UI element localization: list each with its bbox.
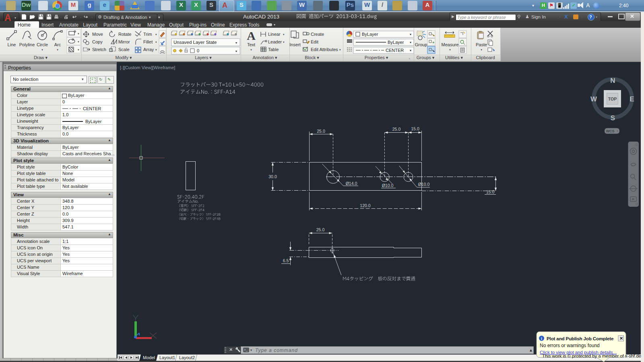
svg-text:▾: ▾	[449, 48, 451, 51]
svg-text:✕: ✕	[619, 336, 623, 341]
svg-text:▾: ▾	[410, 33, 411, 36]
svg-text:Scale: Scale	[118, 47, 130, 52]
svg-text:▾: ▾	[410, 41, 411, 44]
svg-text:W: W	[590, 95, 597, 103]
svg-text:Leader: Leader	[268, 39, 282, 44]
svg-text:Insert: Insert	[289, 42, 301, 47]
svg-text:S: S	[611, 114, 615, 122]
svg-text:WCS: WCS	[606, 129, 615, 133]
svg-text:▾: ▾	[410, 49, 411, 52]
svg-text:▾: ▾	[155, 41, 157, 43]
svg-text:▾: ▾	[78, 40, 79, 43]
svg-text:Copy: Copy	[92, 39, 103, 44]
svg-text:30.0: 30.0	[268, 174, 277, 179]
svg-text:CENTER: CENTER	[386, 48, 404, 53]
svg-text:25.0: 25.0	[392, 127, 401, 132]
svg-text:▾: ▾	[155, 33, 157, 36]
svg-text:Line: Line	[8, 42, 16, 47]
svg-text:Linear: Linear	[268, 32, 281, 37]
svg-text:▾: ▾	[283, 33, 285, 36]
svg-text:Edit: Edit	[311, 39, 318, 44]
svg-text:A: A	[247, 29, 256, 42]
svg-text:Array: Array	[143, 47, 154, 52]
svg-text:ByLayer: ByLayer	[388, 40, 404, 45]
svg-text:0: 0	[197, 48, 199, 53]
svg-text:Measure: Measure	[442, 42, 459, 47]
svg-text:CENTER: CENTER	[83, 106, 101, 111]
svg-text:Polyline: Polyline	[19, 42, 35, 47]
svg-text:15.0: 15.0	[486, 189, 495, 194]
svg-text:▾: ▾	[235, 49, 237, 53]
svg-text:Unsaved Layer State: Unsaved Layer State	[173, 40, 217, 45]
svg-text:Ø10.0: Ø10.0	[382, 183, 394, 188]
svg-text:120.0: 120.0	[360, 203, 370, 208]
svg-text:25.0: 25.0	[317, 129, 325, 134]
svg-text:▾: ▾	[283, 41, 285, 43]
svg-text:Create: Create	[311, 32, 324, 37]
svg-text:Arc: Arc	[54, 42, 61, 47]
svg-text:No errors or warnings found: No errors or warnings found	[540, 343, 600, 348]
svg-text:Plot and Publish Job Complete: Plot and Publish Job Complete	[547, 336, 614, 341]
svg-text:ByLayer: ByLayer	[362, 32, 378, 37]
svg-text:Text: Text	[247, 42, 255, 47]
svg-text:Stretch: Stretch	[92, 47, 106, 52]
svg-text:N: N	[610, 77, 615, 84]
svg-text:Circle: Circle	[37, 42, 48, 47]
svg-text:Mirror: Mirror	[118, 39, 130, 44]
svg-text:+: +	[432, 41, 434, 45]
svg-text:▾: ▾	[617, 130, 618, 132]
svg-text:Fillet: Fillet	[143, 39, 153, 44]
svg-text:25.0: 25.0	[316, 227, 325, 232]
svg-text:▾: ▾	[78, 48, 79, 51]
svg-text:▾: ▾	[339, 48, 341, 51]
svg-text:ByLayer: ByLayer	[85, 119, 102, 124]
svg-text:Group: Group	[415, 42, 427, 47]
svg-text:Edit Attributes: Edit Attributes	[311, 47, 338, 52]
svg-text:▾: ▾	[481, 48, 482, 51]
svg-text:Ø10.0: Ø10.0	[418, 182, 430, 187]
svg-text:15.0: 15.0	[411, 126, 419, 131]
svg-text:6.5: 6.5	[283, 258, 289, 263]
svg-text:Rotate: Rotate	[118, 32, 131, 37]
svg-text:E: E	[630, 95, 634, 103]
svg-text:▾: ▾	[250, 48, 252, 51]
svg-text:i: i	[541, 336, 542, 341]
svg-text:Trim: Trim	[143, 32, 152, 37]
svg-text:TOP: TOP	[608, 97, 617, 101]
svg-text:This work is © protected by a: This work is © protected by a member of …	[542, 354, 641, 358]
svg-text:▾: ▾	[155, 48, 157, 51]
svg-text:Ø14.0: Ø14.0	[346, 181, 357, 186]
svg-text:▾: ▾	[57, 48, 58, 51]
svg-text:Move: Move	[92, 32, 103, 37]
svg-text:▾: ▾	[78, 32, 79, 35]
svg-text:▾: ▾	[235, 41, 237, 45]
svg-text:Paste: Paste	[476, 42, 487, 47]
svg-text:▾: ▾	[41, 48, 43, 51]
svg-text:Table: Table	[268, 47, 279, 52]
